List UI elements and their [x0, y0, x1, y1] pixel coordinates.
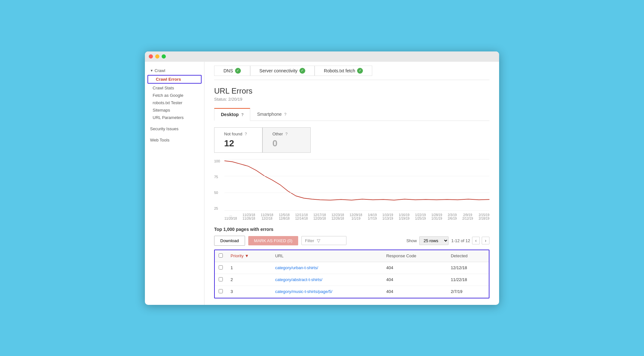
sidebar-item-fetch-label: Fetch as Google: [153, 93, 183, 98]
pagination-text: 1-12 of 12: [451, 238, 470, 243]
grid-line-50: [224, 193, 489, 193]
page-status: Status: 2/20/19: [214, 97, 489, 102]
chart-y-labels: 100 75 50 25: [214, 159, 221, 211]
sidebar-item-url-params-label: URL Parameters: [153, 115, 184, 120]
smartphone-help-icon[interactable]: ?: [284, 112, 287, 117]
arrow-icon: ▼: [150, 69, 153, 72]
robots-ok-icon: ✓: [357, 68, 363, 74]
error-card-other[interactable]: Other ? 0: [262, 127, 311, 153]
sidebar-item-crawl-errors[interactable]: Crawl Errors: [147, 75, 202, 84]
filter-box[interactable]: Filter ▽: [301, 236, 346, 245]
tabs-container: Desktop ? Smartphone ?: [214, 108, 489, 121]
top-pages-suffix: pages with errors: [236, 227, 273, 232]
next-page-button[interactable]: ›: [482, 237, 489, 244]
sidebar: ▼ Crawl Crawl Errors Crawl Stats Fetch a…: [145, 62, 204, 305]
robots-txt-label: Robots.txt fetch: [324, 68, 355, 73]
row-3-url[interactable]: category/music-t-shirts/page/5/: [271, 286, 382, 297]
server-ok-icon: ✓: [299, 68, 305, 74]
sidebar-item-security-issues[interactable]: Security Issues: [145, 125, 204, 132]
filter-icon: ▽: [317, 238, 320, 243]
download-button[interactable]: Download: [214, 236, 245, 246]
tab-desktop[interactable]: Desktop ?: [214, 108, 250, 121]
prev-page-button[interactable]: ‹: [472, 237, 480, 244]
header-select: [215, 250, 227, 262]
sidebar-item-crawl-stats[interactable]: Crawl Stats: [145, 84, 204, 92]
row-2-detected: 11/22/18: [447, 274, 489, 286]
sidebar-crawl-section: ▼ Crawl: [145, 67, 204, 74]
errors-table: Priority ▼ URL Response Code Detected 1: [215, 250, 489, 298]
row-2-checkbox-cell: [215, 274, 227, 286]
mark-fixed-button[interactable]: MARK AS FIXED (0): [248, 236, 298, 245]
sidebar-item-crawl-errors-label: Crawl Errors: [156, 77, 181, 82]
x-label-14: 2/3/192/6/19: [448, 213, 457, 220]
error-card-not-found[interactable]: Not found ? 12: [214, 127, 262, 153]
desktop-help-icon[interactable]: ?: [241, 113, 243, 117]
tab-smartphone[interactable]: Smartphone ?: [250, 108, 293, 121]
sidebar-item-url-parameters[interactable]: URL Parameters: [145, 114, 204, 121]
sidebar-item-web-tools[interactable]: Web Tools: [145, 136, 204, 144]
tab-desktop-label: Desktop: [221, 112, 239, 117]
grid-line-75: [224, 176, 489, 176]
x-label-1: ...11/20/18: [224, 213, 237, 220]
page-title: URL Errors: [214, 87, 489, 96]
y-label-25: 25: [214, 206, 220, 210]
y-label-100: 100: [214, 159, 220, 163]
not-found-value: 12: [224, 138, 252, 149]
table-header-row: Priority ▼ URL Response Code Detected: [215, 250, 489, 262]
dns-label: DNS: [223, 68, 233, 73]
sidebar-item-sitemaps[interactable]: Sitemaps: [145, 106, 204, 114]
header-response-code: Response Code: [382, 250, 447, 262]
sidebar-item-robots-label: robots.txt Tester: [153, 100, 182, 105]
select-all-checkbox[interactable]: [219, 253, 223, 258]
grid-line-100: [224, 159, 489, 160]
titlebar: [145, 51, 499, 62]
other-help-icon[interactable]: ?: [285, 132, 288, 136]
x-label-2: 11/23/1811/26/18: [242, 213, 255, 220]
row-2-checkbox[interactable]: [219, 277, 223, 281]
maximize-button[interactable]: [162, 54, 166, 59]
close-button[interactable]: [149, 54, 153, 59]
x-label-7: 12/23/1812/26/18: [332, 213, 344, 220]
status-bar: DNS ✓ Server connectivity ✓ Robots.txt f…: [214, 62, 489, 80]
top-pages-count: 1,000: [223, 227, 235, 232]
status-server-connectivity: Server connectivity ✓: [250, 66, 315, 76]
row-2-response-code: 404: [382, 274, 447, 286]
sidebar-item-fetch-as-google[interactable]: Fetch as Google: [145, 92, 204, 99]
row-1-url[interactable]: category/urban-t-shirts/: [271, 262, 382, 274]
row-1-checkbox-cell: [215, 262, 227, 274]
row-3-priority: 3: [227, 286, 271, 297]
header-priority[interactable]: Priority ▼: [227, 250, 271, 262]
line-chart-svg: [224, 159, 489, 210]
sidebar-item-crawl-stats-label: Crawl Stats: [153, 86, 174, 90]
row-2-url[interactable]: category/abstract-t-shirts/: [271, 274, 382, 286]
status-robots-txt: Robots.txt fetch ✓: [315, 66, 372, 76]
row-1-response-code: 404: [382, 262, 447, 274]
not-found-help-icon[interactable]: ?: [245, 132, 247, 136]
row-1-checkbox[interactable]: [219, 265, 223, 269]
sidebar-item-robots-txt[interactable]: robots.txt Tester: [145, 99, 204, 106]
row-3-checkbox[interactable]: [219, 289, 223, 293]
header-url: URL: [271, 250, 382, 262]
other-label: Other ?: [272, 132, 301, 136]
browser-window: ▼ Crawl Crawl Errors Crawl Stats Fetch a…: [145, 51, 499, 305]
x-label-11: 1/16/191/19/19: [399, 213, 409, 220]
sidebar-item-security-label: Security Issues: [150, 126, 178, 131]
header-detected: Detected: [447, 250, 489, 262]
rows-select[interactable]: 25 rows 50 rows 100 rows: [419, 236, 449, 245]
pagination: 1-12 of 12 ‹ ›: [451, 237, 489, 244]
show-rows-control: Show 25 rows 50 rows 100 rows 1-12 of 12…: [406, 236, 489, 245]
show-label: Show: [406, 238, 417, 243]
not-found-label: Not found ?: [224, 132, 252, 136]
sidebar-crawl-label: Crawl: [155, 68, 165, 73]
x-label-4: 12/5/1812/8/18: [279, 213, 289, 220]
row-3-response-code: 404: [382, 286, 447, 297]
error-cards: Not found ? 12 Other ? 0: [214, 127, 489, 153]
main-layout: ▼ Crawl Crawl Errors Crawl Stats Fetch a…: [145, 62, 499, 305]
row-3-detected: 2/7/19: [447, 286, 489, 297]
section-title: Top 1,000 pages with errors: [214, 227, 489, 232]
minimize-button[interactable]: [155, 54, 159, 59]
chart-area: [224, 159, 489, 211]
x-label-8: 12/29/181/1/19: [350, 213, 362, 220]
server-connectivity-label: Server connectivity: [260, 68, 298, 73]
x-label-13: 1/28/191/31/19: [431, 213, 442, 220]
